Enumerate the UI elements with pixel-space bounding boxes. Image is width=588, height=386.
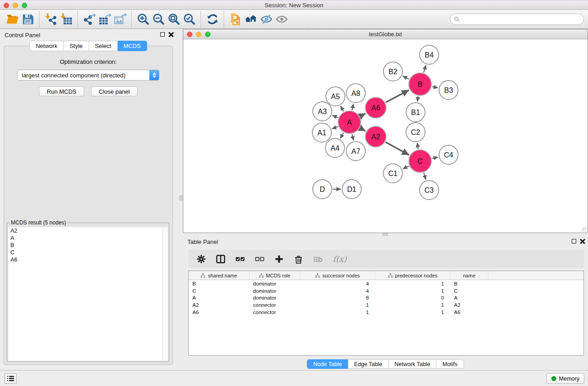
table-panel-title: Table Panel bbox=[187, 238, 218, 245]
memory-button[interactable]: Memory bbox=[546, 373, 584, 384]
import-network-icon[interactable] bbox=[43, 12, 58, 27]
table-cell: dominator bbox=[249, 288, 300, 294]
table-row[interactable]: Bdominator41B bbox=[189, 280, 583, 287]
hide-selected-icon[interactable] bbox=[258, 12, 274, 27]
edge-A-A3[interactable] bbox=[332, 115, 338, 118]
network-canvas[interactable]: AA1A2A3A4A5A6A7A8BB1B2B3B4CC1C2C3C4DD1 bbox=[183, 39, 588, 233]
mcds-result-item[interactable]: A bbox=[8, 234, 163, 242]
edge-A-A7[interactable] bbox=[352, 134, 354, 140]
tab-select[interactable]: Select bbox=[89, 41, 118, 51]
network-view-window: testGlobe.txt AA1A2A3A4A5A6A7A8BB1B2B3B4… bbox=[183, 29, 588, 233]
export-network-icon[interactable] bbox=[81, 12, 97, 27]
save-session-icon[interactable] bbox=[20, 12, 35, 27]
window-resize-grip[interactable] bbox=[582, 227, 587, 232]
tab-mcds[interactable]: MCDS bbox=[118, 41, 147, 51]
graph-node-label-A4: A4 bbox=[330, 144, 339, 152]
column-header-name[interactable]: name bbox=[450, 271, 488, 280]
edge-B-B4[interactable] bbox=[424, 65, 426, 72]
graph-node-label-A2: A2 bbox=[371, 133, 380, 141]
edge-A-A2[interactable] bbox=[360, 128, 366, 131]
open-session-icon[interactable] bbox=[5, 12, 20, 27]
first-neighbors-icon[interactable] bbox=[243, 12, 258, 27]
table-cell: C bbox=[189, 288, 249, 294]
edge-A-A6[interactable] bbox=[360, 114, 366, 116]
toolbar-separator bbox=[201, 11, 201, 28]
table-row[interactable]: Cdominator41C bbox=[189, 287, 583, 295]
edge-A-A5[interactable] bbox=[340, 106, 344, 111]
show-columns-icon[interactable] bbox=[216, 254, 225, 264]
graph-node-label-B3: B3 bbox=[444, 86, 453, 94]
edge-C-C3[interactable] bbox=[424, 173, 426, 180]
task-list-icon bbox=[7, 375, 14, 382]
search-input[interactable] bbox=[462, 16, 580, 23]
table-close-panel-icon[interactable] bbox=[580, 238, 585, 244]
network-window-title: testGlobe.txt bbox=[183, 31, 588, 38]
show-all-icon[interactable] bbox=[274, 12, 289, 27]
close-panel-button[interactable]: Close panel bbox=[91, 86, 138, 96]
task-history-button[interactable] bbox=[5, 373, 17, 384]
graph-node-label-A7: A7 bbox=[351, 148, 360, 155]
column-header-successor-nodes[interactable]: successor nodes bbox=[300, 271, 375, 280]
zoom-selected-icon[interactable] bbox=[182, 12, 197, 27]
run-mcds-button[interactable]: Run MCDS bbox=[39, 86, 84, 96]
edge-B-B2[interactable] bbox=[403, 76, 409, 79]
search-field[interactable] bbox=[450, 14, 584, 25]
vertical-splitter-grip[interactable] bbox=[179, 195, 182, 200]
edge-C-C2[interactable] bbox=[417, 143, 418, 149]
unselect-all-columns-icon[interactable] bbox=[255, 254, 264, 264]
edge-B-B1[interactable] bbox=[417, 96, 418, 102]
mcds-result-scrollbar[interactable] bbox=[163, 227, 168, 361]
mcds-result-item[interactable]: A2 bbox=[8, 227, 163, 234]
table-row[interactable]: A6connector11A6 bbox=[189, 309, 583, 316]
graph-node-label-B4: B4 bbox=[425, 51, 434, 59]
table-options-gear-icon[interactable] bbox=[196, 254, 206, 264]
column-header-label: predecessor nodes bbox=[395, 273, 438, 278]
node-table[interactable]: shared nameMCDS rolesuccessor nodesprede… bbox=[188, 271, 584, 356]
tab-edge-table[interactable]: Edge Table bbox=[348, 359, 388, 369]
table-float-panel-icon[interactable] bbox=[572, 239, 576, 243]
delete-columns-icon[interactable] bbox=[294, 254, 303, 264]
new-network-from-file-icon[interactable] bbox=[228, 12, 243, 27]
edge-A-A8[interactable] bbox=[352, 104, 354, 110]
graph-node-label-A: A bbox=[347, 119, 352, 126]
table-cell: dominator bbox=[249, 281, 300, 286]
application-window: Session: New Session Control Panel Netwo… bbox=[0, 0, 588, 386]
mcds-result-list[interactable]: A2ABCA6 bbox=[8, 227, 163, 361]
tab-network[interactable]: Network bbox=[29, 41, 64, 51]
edge-A-A1[interactable] bbox=[332, 127, 338, 129]
mcds-result-item[interactable]: A6 bbox=[8, 256, 163, 263]
edge-A-A4[interactable] bbox=[340, 133, 344, 139]
zoom-fit-icon[interactable] bbox=[166, 12, 182, 27]
export-table-icon[interactable] bbox=[97, 12, 112, 27]
graph-node-label-A3: A3 bbox=[318, 108, 327, 115]
edge-C-C1[interactable] bbox=[403, 166, 409, 169]
edge-A2-C[interactable] bbox=[386, 142, 409, 155]
table-row[interactable]: A2connector11A2 bbox=[189, 301, 583, 309]
table-row[interactable]: Adominator80A bbox=[189, 294, 583, 301]
tab-motifs[interactable]: Motifs bbox=[436, 359, 464, 369]
column-header-MCDS-role[interactable]: MCDS role bbox=[249, 271, 300, 280]
edge-B-B3[interactable] bbox=[432, 86, 438, 88]
mcds-result-item[interactable]: C bbox=[8, 249, 163, 256]
refresh-icon[interactable] bbox=[205, 12, 220, 27]
mcds-result-item[interactable]: B bbox=[8, 242, 163, 249]
edge-A6-B[interactable] bbox=[386, 90, 409, 102]
zoom-in-icon[interactable] bbox=[135, 12, 151, 27]
criterion-dropdown[interactable]: largest connected component (directed) bbox=[17, 70, 159, 81]
zoom-out-icon[interactable] bbox=[151, 12, 166, 27]
tab-network-table[interactable]: Network Table bbox=[389, 359, 437, 369]
column-type-icon bbox=[259, 273, 264, 278]
column-header-shared-name[interactable]: shared name bbox=[189, 271, 249, 280]
select-all-columns-icon[interactable] bbox=[235, 254, 245, 264]
tab-style[interactable]: Style bbox=[64, 41, 89, 51]
status-bar: Memory bbox=[0, 370, 588, 386]
close-panel-icon[interactable] bbox=[168, 32, 174, 37]
create-column-icon[interactable] bbox=[274, 254, 284, 264]
edge-C-C4[interactable] bbox=[432, 157, 438, 158]
column-header-predecessor-nodes[interactable]: predecessor nodes bbox=[375, 271, 450, 280]
column-type-icon bbox=[388, 273, 393, 278]
import-table-icon[interactable] bbox=[58, 12, 74, 27]
tab-node-table[interactable]: Node Table bbox=[307, 359, 348, 369]
export-image-icon[interactable] bbox=[112, 12, 128, 27]
float-panel-icon[interactable] bbox=[160, 32, 165, 37]
